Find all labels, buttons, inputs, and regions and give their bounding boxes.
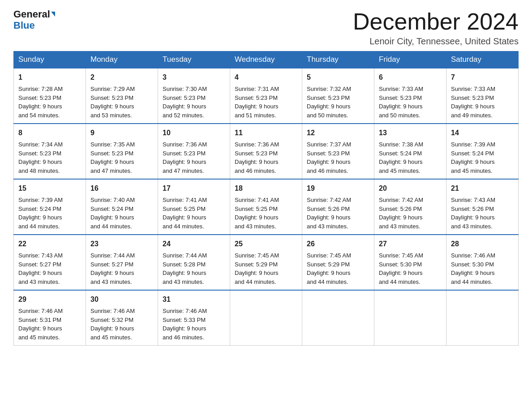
table-row: 29Sunrise: 7:46 AMSunset: 5:31 PMDayligh… bbox=[14, 290, 86, 346]
table-row: 24Sunrise: 7:44 AMSunset: 5:28 PMDayligh… bbox=[158, 235, 230, 290]
table-row: 11Sunrise: 7:36 AMSunset: 5:23 PMDayligh… bbox=[230, 124, 302, 179]
calendar-week-row: 1Sunrise: 7:28 AMSunset: 5:23 PMDaylight… bbox=[14, 68, 519, 124]
day-info: Sunrise: 7:32 AMSunset: 5:23 PMDaylight:… bbox=[307, 86, 351, 119]
table-row: 31Sunrise: 7:46 AMSunset: 5:33 PMDayligh… bbox=[158, 290, 230, 346]
day-number: 12 bbox=[307, 128, 369, 138]
day-info: Sunrise: 7:29 AMSunset: 5:23 PMDaylight:… bbox=[90, 86, 135, 119]
day-info: Sunrise: 7:46 AMSunset: 5:32 PMDaylight:… bbox=[90, 308, 135, 341]
col-wednesday: Wednesday bbox=[230, 51, 302, 68]
table-row: 1Sunrise: 7:28 AMSunset: 5:23 PMDaylight… bbox=[14, 68, 86, 124]
calendar-week-row: 29Sunrise: 7:46 AMSunset: 5:31 PMDayligh… bbox=[14, 290, 519, 346]
day-info: Sunrise: 7:39 AMSunset: 5:24 PMDaylight:… bbox=[451, 141, 495, 174]
logo-line1: General bbox=[13, 9, 55, 20]
col-monday: Monday bbox=[86, 51, 158, 68]
day-info: Sunrise: 7:30 AMSunset: 5:23 PMDaylight:… bbox=[163, 86, 207, 119]
table-row: 4Sunrise: 7:31 AMSunset: 5:23 PMDaylight… bbox=[230, 68, 302, 124]
day-info: Sunrise: 7:45 AMSunset: 5:30 PMDaylight:… bbox=[379, 252, 423, 285]
table-row: 23Sunrise: 7:44 AMSunset: 5:27 PMDayligh… bbox=[86, 235, 158, 290]
table-row: 20Sunrise: 7:42 AMSunset: 5:26 PMDayligh… bbox=[374, 179, 446, 235]
day-info: Sunrise: 7:45 AMSunset: 5:29 PMDaylight:… bbox=[235, 252, 279, 285]
month-title: December 2024 bbox=[353, 9, 519, 34]
col-tuesday: Tuesday bbox=[158, 51, 230, 68]
day-number: 18 bbox=[235, 183, 297, 194]
day-number: 10 bbox=[163, 128, 225, 138]
day-info: Sunrise: 7:37 AMSunset: 5:23 PMDaylight:… bbox=[307, 141, 351, 174]
logo: General Blue bbox=[13, 9, 55, 31]
table-row: 18Sunrise: 7:41 AMSunset: 5:25 PMDayligh… bbox=[230, 179, 302, 235]
day-info: Sunrise: 7:44 AMSunset: 5:28 PMDaylight:… bbox=[163, 252, 207, 285]
day-number: 20 bbox=[379, 183, 442, 194]
table-row: 3Sunrise: 7:30 AMSunset: 5:23 PMDaylight… bbox=[158, 68, 230, 124]
table-row: 15Sunrise: 7:39 AMSunset: 5:24 PMDayligh… bbox=[14, 179, 86, 235]
day-info: Sunrise: 7:33 AMSunset: 5:23 PMDaylight:… bbox=[379, 86, 423, 119]
table-row: 7Sunrise: 7:33 AMSunset: 5:23 PMDaylight… bbox=[446, 68, 519, 124]
table-row bbox=[302, 290, 374, 346]
table-row bbox=[374, 290, 446, 346]
day-number: 1 bbox=[18, 72, 81, 83]
day-info: Sunrise: 7:46 AMSunset: 5:33 PMDaylight:… bbox=[163, 308, 207, 341]
day-number: 27 bbox=[379, 239, 442, 249]
calendar-table: Sunday Monday Tuesday Wednesday Thursday… bbox=[13, 51, 519, 346]
day-info: Sunrise: 7:41 AMSunset: 5:25 PMDaylight:… bbox=[163, 197, 207, 230]
table-row: 8Sunrise: 7:34 AMSunset: 5:23 PMDaylight… bbox=[14, 124, 86, 179]
day-info: Sunrise: 7:36 AMSunset: 5:23 PMDaylight:… bbox=[163, 141, 207, 174]
logo-line2: Blue bbox=[13, 20, 35, 31]
day-number: 13 bbox=[379, 128, 442, 138]
day-info: Sunrise: 7:42 AMSunset: 5:26 PMDaylight:… bbox=[379, 197, 423, 230]
day-info: Sunrise: 7:35 AMSunset: 5:23 PMDaylight:… bbox=[90, 141, 135, 174]
day-info: Sunrise: 7:36 AMSunset: 5:23 PMDaylight:… bbox=[235, 141, 279, 174]
table-row: 19Sunrise: 7:42 AMSunset: 5:26 PMDayligh… bbox=[302, 179, 374, 235]
day-info: Sunrise: 7:46 AMSunset: 5:31 PMDaylight:… bbox=[18, 308, 63, 341]
day-info: Sunrise: 7:43 AMSunset: 5:27 PMDaylight:… bbox=[18, 252, 63, 285]
day-number: 22 bbox=[18, 239, 81, 249]
day-number: 15 bbox=[18, 183, 81, 194]
calendar-week-row: 8Sunrise: 7:34 AMSunset: 5:23 PMDaylight… bbox=[14, 124, 519, 179]
day-info: Sunrise: 7:46 AMSunset: 5:30 PMDaylight:… bbox=[451, 252, 495, 285]
day-number: 6 bbox=[379, 72, 442, 83]
day-number: 29 bbox=[18, 294, 81, 305]
day-info: Sunrise: 7:31 AMSunset: 5:23 PMDaylight:… bbox=[235, 86, 279, 119]
day-info: Sunrise: 7:40 AMSunset: 5:24 PMDaylight:… bbox=[90, 197, 135, 230]
day-number: 19 bbox=[307, 183, 369, 194]
table-row: 30Sunrise: 7:46 AMSunset: 5:32 PMDayligh… bbox=[86, 290, 158, 346]
title-block: December 2024 Lenoir City, Tennessee, Un… bbox=[353, 9, 519, 47]
calendar-week-row: 22Sunrise: 7:43 AMSunset: 5:27 PMDayligh… bbox=[14, 235, 519, 290]
table-row: 26Sunrise: 7:45 AMSunset: 5:29 PMDayligh… bbox=[302, 235, 374, 290]
table-row: 22Sunrise: 7:43 AMSunset: 5:27 PMDayligh… bbox=[14, 235, 86, 290]
day-info: Sunrise: 7:42 AMSunset: 5:26 PMDaylight:… bbox=[307, 197, 351, 230]
page-header: General Blue December 2024 Lenoir City, … bbox=[13, 9, 519, 47]
table-row: 28Sunrise: 7:46 AMSunset: 5:30 PMDayligh… bbox=[446, 235, 519, 290]
table-row: 14Sunrise: 7:39 AMSunset: 5:24 PMDayligh… bbox=[446, 124, 519, 179]
day-number: 2 bbox=[90, 72, 153, 83]
day-number: 4 bbox=[235, 72, 297, 83]
logo-arrow-icon bbox=[51, 12, 55, 17]
day-info: Sunrise: 7:45 AMSunset: 5:29 PMDaylight:… bbox=[307, 252, 351, 285]
day-number: 28 bbox=[451, 239, 514, 249]
day-number: 30 bbox=[90, 294, 153, 305]
day-info: Sunrise: 7:28 AMSunset: 5:23 PMDaylight:… bbox=[18, 86, 63, 119]
table-row: 27Sunrise: 7:45 AMSunset: 5:30 PMDayligh… bbox=[374, 235, 446, 290]
table-row bbox=[230, 290, 302, 346]
table-row: 17Sunrise: 7:41 AMSunset: 5:25 PMDayligh… bbox=[158, 179, 230, 235]
day-number: 26 bbox=[307, 239, 369, 249]
col-friday: Friday bbox=[374, 51, 446, 68]
col-sunday: Sunday bbox=[14, 51, 86, 68]
col-saturday: Saturday bbox=[446, 51, 519, 68]
table-row: 21Sunrise: 7:43 AMSunset: 5:26 PMDayligh… bbox=[446, 179, 519, 235]
day-number: 11 bbox=[235, 128, 297, 138]
day-info: Sunrise: 7:44 AMSunset: 5:27 PMDaylight:… bbox=[90, 252, 135, 285]
day-number: 21 bbox=[451, 183, 514, 194]
day-number: 31 bbox=[163, 294, 225, 305]
day-number: 17 bbox=[163, 183, 225, 194]
day-info: Sunrise: 7:34 AMSunset: 5:23 PMDaylight:… bbox=[18, 141, 63, 174]
location: Lenoir City, Tennessee, United States bbox=[353, 36, 519, 47]
day-number: 5 bbox=[307, 72, 369, 83]
day-info: Sunrise: 7:43 AMSunset: 5:26 PMDaylight:… bbox=[451, 197, 495, 230]
table-row: 13Sunrise: 7:38 AMSunset: 5:24 PMDayligh… bbox=[374, 124, 446, 179]
day-info: Sunrise: 7:33 AMSunset: 5:23 PMDaylight:… bbox=[451, 86, 495, 119]
table-row: 6Sunrise: 7:33 AMSunset: 5:23 PMDaylight… bbox=[374, 68, 446, 124]
table-row: 16Sunrise: 7:40 AMSunset: 5:24 PMDayligh… bbox=[86, 179, 158, 235]
day-number: 7 bbox=[451, 72, 514, 83]
calendar-week-row: 15Sunrise: 7:39 AMSunset: 5:24 PMDayligh… bbox=[14, 179, 519, 235]
col-thursday: Thursday bbox=[302, 51, 374, 68]
